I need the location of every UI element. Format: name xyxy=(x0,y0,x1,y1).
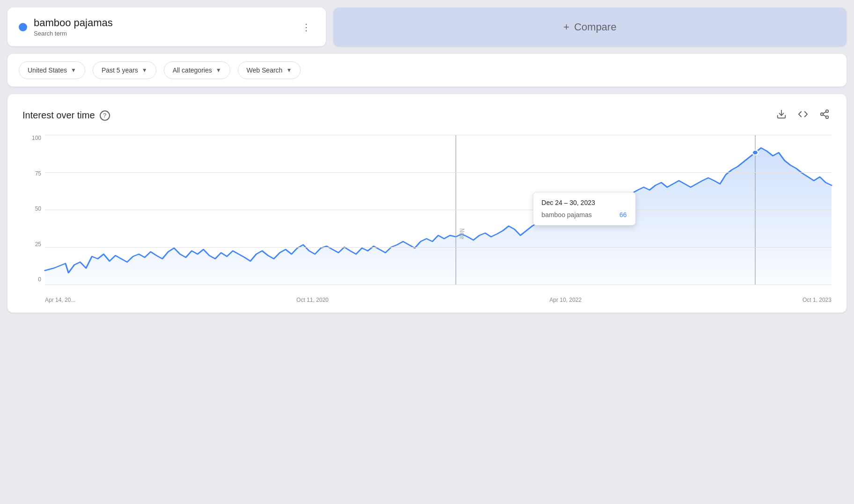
chart-title-row: Interest over time ? xyxy=(22,110,110,121)
x-label-0: Apr 14, 20... xyxy=(45,297,75,303)
chart-card: Interest over time ? xyxy=(7,94,847,313)
share-icon[interactable] xyxy=(817,107,832,124)
grid-lines xyxy=(45,135,832,285)
y-label-25: 25 xyxy=(22,241,41,248)
x-label-2: Apr 10, 2022 xyxy=(550,297,582,303)
category-chevron-icon: ▼ xyxy=(216,67,221,73)
tooltip-value: 66 xyxy=(619,211,627,219)
chart-inner: Note Dec 24 – 30, 2023 bamboo pajamas 66 xyxy=(45,135,832,285)
search-info: bamboo pajamas Search term xyxy=(34,17,113,37)
y-axis-labels: 0 25 50 75 100 xyxy=(22,135,41,285)
region-filter[interactable]: United States ▼ xyxy=(19,61,85,79)
chart-actions xyxy=(774,107,832,124)
category-filter[interactable]: All categories ▼ xyxy=(164,61,230,79)
x-label-3: Oct 1, 2023 xyxy=(802,297,832,303)
download-icon[interactable] xyxy=(774,107,788,124)
time-filter[interactable]: Past 5 years ▼ xyxy=(93,61,156,79)
grid-line-50 xyxy=(45,210,832,210)
compare-card[interactable]: + Compare xyxy=(333,7,847,46)
tooltip-data-row: bamboo pajamas 66 xyxy=(542,211,627,219)
region-chevron-icon: ▼ xyxy=(71,67,76,73)
search-card: bamboo pajamas Search term ⋮ xyxy=(7,7,326,46)
region-filter-label: United States xyxy=(28,66,67,74)
grid-line-25 xyxy=(45,247,832,248)
grid-line-0 xyxy=(45,285,832,285)
more-options-icon[interactable]: ⋮ xyxy=(298,18,315,37)
tooltip: Dec 24 – 30, 2023 bamboo pajamas 66 xyxy=(533,192,636,226)
filters-row: United States ▼ Past 5 years ▼ All categ… xyxy=(7,54,847,87)
search-term-sublabel: Search term xyxy=(34,30,113,37)
search-type-chevron-icon: ▼ xyxy=(286,67,292,73)
chart-title: Interest over time xyxy=(22,110,95,121)
search-card-left: bamboo pajamas Search term xyxy=(19,17,113,37)
tooltip-term: bamboo pajamas xyxy=(542,211,592,219)
svg-line-4 xyxy=(823,115,826,117)
chart-area[interactable]: 0 25 50 75 100 xyxy=(22,135,832,303)
grid-line-75 xyxy=(45,172,832,173)
y-label-0: 0 xyxy=(22,276,41,283)
time-filter-label: Past 5 years xyxy=(102,66,138,74)
grid-line-100 xyxy=(45,135,832,135)
search-type-filter[interactable]: Web Search ▼ xyxy=(238,61,301,79)
search-dot-indicator xyxy=(19,23,27,31)
top-row: bamboo pajamas Search term ⋮ + Compare xyxy=(7,7,847,46)
compare-label: Compare xyxy=(574,21,616,33)
x-axis-labels: Apr 14, 20... Oct 11, 2020 Apr 10, 2022 … xyxy=(45,289,832,303)
category-filter-label: All categories xyxy=(173,66,212,74)
search-type-filter-label: Web Search xyxy=(247,66,283,74)
svg-line-5 xyxy=(823,112,826,114)
search-term-title: bamboo pajamas xyxy=(34,17,113,29)
time-chevron-icon: ▼ xyxy=(142,67,147,73)
x-label-1: Oct 11, 2020 xyxy=(296,297,329,303)
embed-icon[interactable] xyxy=(796,107,810,124)
chart-header: Interest over time ? xyxy=(22,107,832,124)
help-icon[interactable]: ? xyxy=(100,110,110,121)
compare-plus-icon: + xyxy=(563,21,569,33)
y-label-50: 50 xyxy=(22,205,41,212)
y-label-100: 100 xyxy=(22,135,41,141)
tooltip-date: Dec 24 – 30, 2023 xyxy=(542,199,627,206)
y-label-75: 75 xyxy=(22,170,41,177)
